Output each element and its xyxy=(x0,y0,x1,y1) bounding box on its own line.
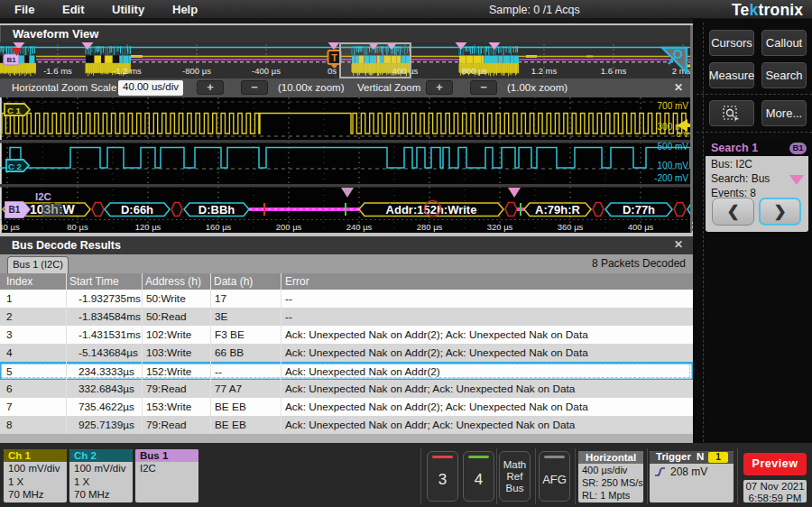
svg-text:200 µs: 200 µs xyxy=(276,222,302,232)
svg-text:C 2: C 2 xyxy=(8,161,22,171)
svg-text:Addr:152h:Write: Addr:152h:Write xyxy=(386,203,477,217)
svg-text:240 µs: 240 µs xyxy=(346,222,373,232)
svg-text:C 1: C 1 xyxy=(7,106,22,115)
svg-text:A:79h:R: A:79h:R xyxy=(535,203,580,217)
svg-text:1.6 ms: 1.6 ms xyxy=(601,66,627,76)
svg-text:160 µs: 160 µs xyxy=(206,222,232,232)
svg-text:D:BBh: D:BBh xyxy=(198,203,235,217)
svg-text:-1.2 ms: -1.2 ms xyxy=(113,66,142,76)
svg-text:T: T xyxy=(331,52,337,63)
svg-text:1.2 ms: 1.2 ms xyxy=(531,66,558,76)
svg-text:D:77h: D:77h xyxy=(623,203,655,217)
svg-text:-200 mV: -200 mV xyxy=(654,173,688,183)
svg-text:B1: B1 xyxy=(6,56,16,64)
svg-text:40 µs: 40 µs xyxy=(0,222,20,232)
svg-text:B1: B1 xyxy=(9,205,21,215)
svg-text:0 V: 0 V xyxy=(676,130,688,139)
svg-text:800 µs: 800 µs xyxy=(462,66,488,76)
svg-text:-1.6 ms: -1.6 ms xyxy=(43,66,72,76)
svg-text:280 µs: 280 µs xyxy=(417,222,443,232)
svg-text:I2C: I2C xyxy=(35,191,51,202)
svg-text:100 mV: 100 mV xyxy=(658,161,689,171)
svg-text:D:66h: D:66h xyxy=(121,203,153,217)
svg-text:-800 µs: -800 µs xyxy=(182,66,211,76)
svg-text:120 µs: 120 µs xyxy=(135,222,161,232)
svg-text:700 mV: 700 mV xyxy=(658,101,689,111)
svg-text:400 µs: 400 µs xyxy=(628,222,654,232)
svg-text:360 µs: 360 µs xyxy=(558,222,584,232)
svg-text:-400 µs: -400 µs xyxy=(252,66,281,76)
svg-text:80 µs: 80 µs xyxy=(67,222,88,232)
svg-text:500 mV: 500 mV xyxy=(658,142,689,152)
svg-text:320 µs: 320 µs xyxy=(487,222,513,232)
